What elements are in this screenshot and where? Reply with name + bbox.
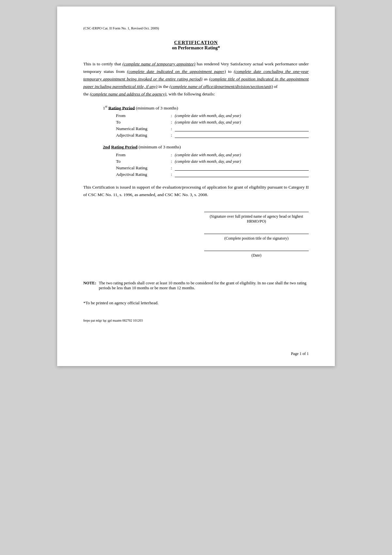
sig-label-1: (Signature over full printed name of age… — [204, 214, 309, 224]
table-row: From : (complete date with month, day, a… — [116, 113, 309, 118]
appointee-placeholder: (complete name of temporary appointee) — [122, 61, 195, 66]
date-from-placeholder: (complete date indicated on the appointm… — [127, 69, 226, 74]
row-value-from2: (complete date with month, day, and year… — [175, 153, 309, 158]
row-label-adj1: Adjectival Rating — [116, 133, 168, 138]
in-the-text: in the — [158, 84, 168, 89]
row-value-to2: (complete date with month, day, and year… — [175, 159, 309, 164]
row-line-num2 — [175, 166, 309, 171]
signature-block-3: (Date) — [204, 251, 309, 258]
table-row: To : (complete date with month, day, and… — [116, 120, 309, 125]
table-row: Adjectival Rating : — [116, 172, 309, 177]
row-colon-adj1: : — [168, 133, 175, 138]
letterhead-note: *To be printed on agency official letter… — [83, 300, 309, 306]
row-label-to2: To — [116, 159, 168, 164]
second-period-rows: From : (complete date with month, day, a… — [116, 152, 309, 177]
title-line1: CERTIFICATION — [83, 40, 309, 45]
office-placeholder: (complete name of office/department/divi… — [170, 84, 273, 89]
intro-text: This is to certify that — [83, 61, 121, 66]
certification-paragraph: This Certification is issued in support … — [83, 184, 309, 199]
row-colon-to1: : — [168, 120, 175, 125]
sig-line-3 — [204, 251, 309, 251]
row-colon-adj2: : — [168, 172, 175, 177]
row-label-num1: Numerical Rating — [116, 126, 168, 131]
agency-placeholder: (complete name and address of the agency… — [90, 92, 166, 96]
row-value-from1: (complete date with month, day, and year… — [175, 113, 309, 118]
first-period-number: 1 — [103, 105, 105, 110]
second-period-title: 2nd Rating Period (minimum of 3 months) — [103, 144, 309, 150]
the-text: the — [83, 92, 89, 96]
closing-text: , with the following details: — [166, 92, 215, 96]
row-line-adj2 — [175, 173, 309, 177]
title-line2: on Performance Rating* — [83, 45, 309, 51]
table-row: From : (complete date with month, day, a… — [116, 152, 309, 158]
row-colon-to2: : — [168, 159, 175, 164]
row-line-adj1 — [175, 133, 309, 138]
row-colon-from2: : — [168, 152, 175, 158]
to-text: to — [228, 69, 232, 74]
first-period-title: 1st Rating Period (minimum of 3 months) — [103, 105, 309, 111]
row-label-adj2: Adjectival Rating — [116, 172, 168, 177]
second-period-number: 2nd — [103, 144, 110, 149]
sig-line-2 — [204, 234, 309, 234]
row-colon-num2: : — [168, 165, 175, 171]
title-section: CERTIFICATION on Performance Rating* — [83, 40, 309, 51]
first-period-rows: From : (complete date with month, day, a… — [116, 113, 309, 138]
second-period-label: Rating Period — [111, 144, 138, 149]
note-label: NOTE: — [83, 281, 96, 291]
form-reference: (CSC-ERPO Cat. II Form No. 1, Revised Oc… — [83, 26, 309, 30]
table-row: Adjectival Rating : — [116, 133, 309, 138]
file-reference: ferpo pat mlgr lqc gpl maatm 082702 1012… — [83, 319, 309, 322]
signature-block-2: (Complete position title of the signator… — [204, 234, 309, 241]
row-colon-num1: : — [168, 126, 175, 131]
second-rating-period: 2nd Rating Period (minimum of 3 months) … — [103, 144, 309, 177]
first-rating-period: 1st Rating Period (minimum of 3 months) … — [103, 105, 309, 138]
signature-block-1: (Signature over full printed name of age… — [204, 212, 309, 224]
intro-paragraph: This is to certify that (complete name o… — [83, 60, 309, 98]
row-label-from2: From — [116, 152, 168, 158]
as-text: as — [204, 76, 207, 81]
note-text: The two rating periods shall cover at le… — [99, 281, 309, 291]
first-period-sup: st — [105, 105, 107, 108]
sig-label-2: (Complete position title of the signator… — [204, 236, 309, 241]
row-label-to1: To — [116, 120, 168, 125]
first-period-note: (minimum of 3 months) — [136, 105, 178, 110]
sig-label-3: (Date) — [204, 253, 309, 258]
row-colon-from1: : — [168, 113, 175, 118]
row-label-from1: From — [116, 113, 168, 118]
sig-line-1 — [204, 212, 309, 212]
note-section: NOTE: The two rating periods shall cover… — [83, 281, 309, 291]
row-value-to1: (complete date with month, day, and year… — [175, 120, 309, 125]
document-page: (CSC-ERPO Cat. II Form No. 1, Revised Oc… — [57, 7, 335, 366]
row-line-num1 — [175, 127, 309, 131]
of-text: of — [274, 84, 277, 89]
table-row: To : (complete date with month, day, and… — [116, 159, 309, 164]
page-number: Page 1 of 1 — [291, 351, 309, 356]
second-period-note: (minimum of 3 months) — [139, 144, 181, 149]
table-row: Numerical Rating : — [116, 126, 309, 131]
table-row: Numerical Rating : — [116, 165, 309, 171]
first-period-label: Rating Period — [108, 105, 135, 110]
row-label-num2: Numerical Rating — [116, 165, 168, 171]
signature-section: (Signature over full printed name of age… — [83, 212, 309, 268]
